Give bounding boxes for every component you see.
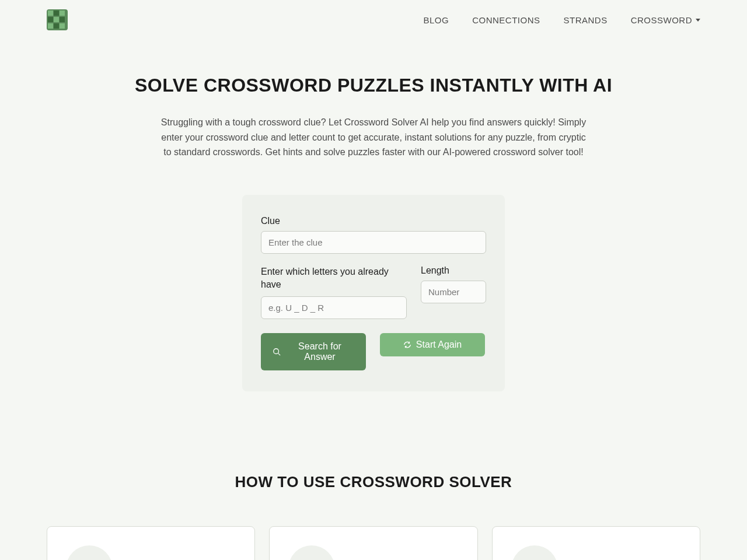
nav-crossword-label: CROSSWORD [631,15,692,25]
search-button-label: Search for Answer [285,341,354,362]
svg-line-1 [278,353,281,355]
caret-down-icon [696,19,700,22]
letters-column: Enter which letters you already have [261,265,407,331]
form-row: Enter which letters you already have Len… [261,265,486,331]
step-number: 3 [528,555,541,560]
nav-crossword[interactable]: CROSSWORD [631,15,700,25]
length-label: Length [421,265,486,276]
nav-connections[interactable]: CONNECTIONS [472,15,540,25]
page-description: Struggling with a tough crossword clue? … [160,115,587,160]
nav-links: BLOG CONNECTIONS STRANDS CROSSWORD [423,15,700,25]
solver-card: Clue Enter which letters you already hav… [242,195,505,391]
step-card-3: 3 [492,526,700,560]
step-card-1: 1 [47,526,255,560]
step-number: 2 [305,555,318,560]
step-number: 1 [83,555,96,560]
navbar: BLOG CONNECTIONS STRANDS CROSSWORD [0,0,747,40]
reset-button[interactable]: Start Again [380,333,485,356]
svg-point-0 [274,348,279,354]
nav-strands[interactable]: STRANDS [563,15,607,25]
page-title: SOLVE CROSSWORD PUZZLES INSTANTLY WITH A… [128,75,619,96]
logo[interactable] [47,9,68,30]
search-icon [273,348,281,356]
letters-input[interactable] [261,296,407,319]
clue-label: Clue [261,216,486,226]
step-number-circle: 2 [288,545,335,560]
steps-row: 1 2 3 [0,526,747,560]
how-to-title: HOW TO USE CROSSWORD SOLVER [0,473,747,491]
nav-blog[interactable]: BLOG [423,15,449,25]
main-content: SOLVE CROSSWORD PUZZLES INSTANTLY WITH A… [82,40,665,415]
clue-input[interactable] [261,231,486,254]
length-input[interactable] [421,281,486,303]
step-card-2: 2 [269,526,477,560]
reset-button-label: Start Again [416,340,462,350]
letters-label: Enter which letters you already have [261,265,407,292]
button-row: Search for Answer Start Again [261,333,486,370]
refresh-icon [403,341,411,349]
search-button[interactable]: Search for Answer [261,333,366,370]
step-number-circle: 1 [66,545,113,560]
how-to-section: HOW TO USE CROSSWORD SOLVER 1 2 3 [0,473,747,560]
length-column: Length [421,265,486,331]
step-number-circle: 3 [511,545,558,560]
